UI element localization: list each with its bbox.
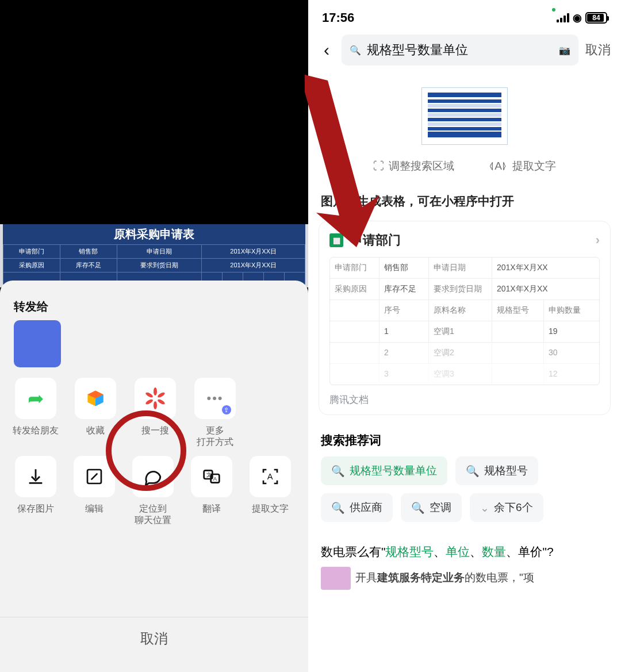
svg-text:A: A	[213, 476, 217, 482]
image-thumbnail-area	[308, 87, 621, 147]
forward-section-title: 转发给	[0, 291, 308, 320]
status-icons: ◉ 84	[550, 11, 607, 24]
recommend-title: 搜索推荐词	[308, 415, 621, 456]
chip-supplier[interactable]: 🔍供应商	[321, 493, 393, 522]
search-bar: ‹ 🔍 规格型号数量单位 📷 取消	[308, 30, 621, 71]
contact-avatar[interactable]	[14, 320, 61, 367]
sou-star-icon	[135, 378, 176, 419]
forward-to-friends-button[interactable]: ➦ 转发给朋友	[10, 378, 61, 448]
result-thumb-icon	[321, 567, 351, 590]
locate-in-chat-button[interactable]: 定位到 聊天位置	[128, 456, 178, 526]
cube-icon	[75, 378, 116, 419]
doc-table: 申请部门 销售部 申请日期 201X年X月XX日 采购原因 库存不足 要求到货日…	[3, 244, 305, 285]
ocr-icon: A	[250, 456, 291, 497]
chip-spec[interactable]: 🔍规格型号	[455, 456, 538, 485]
magnifier-small-icon: 🔍	[466, 464, 480, 478]
chevron-right-icon: ›	[596, 233, 600, 248]
image-viewer-background	[0, 0, 308, 224]
chip-row-1: 🔍规格型号数量单位 🔍规格型号	[308, 456, 621, 493]
notification-dot-icon	[552, 8, 555, 11]
svg-point-4	[157, 391, 166, 398]
search-result-item[interactable]: 数电票么有"规格型号、单位、数量、单价"? 开具建筑服务特定业务的数电票，"项	[308, 530, 621, 590]
generated-table-message: 图片已生成表格，可在小程序中打开	[308, 179, 621, 217]
wifi-icon: ◉	[573, 11, 582, 24]
ocr-small-icon: ⦉A⦊	[489, 160, 508, 172]
adjust-crop-button[interactable]: ⛶调整搜索区域	[373, 159, 454, 174]
excel-icon: ▦	[329, 233, 343, 247]
result-title: 数电票么有"规格型号、单位、数量、单价"?	[321, 542, 608, 562]
svg-text:A: A	[267, 472, 273, 481]
document-preview: 原料采购申请表 申请部门 销售部 申请日期 201X年X月XX日 采购原因 库存…	[0, 224, 308, 287]
translate-icon: 文A	[191, 456, 232, 497]
action-row-1: ➦ 转发给朋友 收藏 搜一搜 •••⇪ 更多 打开方式	[0, 378, 308, 448]
magnifier-small-icon: 🔍	[331, 464, 345, 478]
chip-primary[interactable]: 🔍规格型号数量单位	[321, 456, 447, 485]
more-open-with-button[interactable]: •••⇪ 更多 打开方式	[190, 378, 240, 448]
card-title: 申请部门	[350, 232, 401, 249]
magnifier-small-icon: 🔍	[411, 501, 425, 514]
search-query-text: 规格型号数量单位	[367, 41, 553, 59]
card-header: ▦ 申请部门 ›	[329, 232, 600, 249]
favorite-button[interactable]: 收藏	[70, 378, 121, 448]
status-time: 17:56	[322, 10, 354, 25]
search-sou-button[interactable]: 搜一搜	[130, 378, 181, 448]
status-bar: 17:56 ◉ 84	[308, 0, 621, 30]
svg-point-7	[145, 398, 154, 405]
signal-icon	[557, 13, 569, 22]
edit-button[interactable]: 编辑	[69, 456, 120, 526]
more-dots-icon: •••⇪	[194, 378, 236, 419]
doc-title: 原料采购申请表	[3, 224, 305, 244]
back-chevron-icon[interactable]: ‹	[319, 40, 335, 60]
share-arrow-icon: ➦	[28, 387, 44, 410]
extract-text-link[interactable]: ⦉A⦊提取文字	[489, 159, 556, 174]
action-row-2: 保存图片 编辑 定位到 聊天位置 文A 翻译 A 提取文字	[0, 456, 308, 526]
magnifier-small-icon: 🔍	[331, 501, 345, 514]
extract-text-button[interactable]: A 提取文字	[245, 456, 296, 526]
thumb-actions: ⛶调整搜索区域 ⦉A⦊提取文字	[308, 159, 621, 174]
generated-table-card[interactable]: ▦ 申请部门 › 申请部门销售部申请日期201X年X月XX 采购原因库存不足要求…	[319, 221, 611, 415]
search-input[interactable]: 🔍 规格型号数量单位 📷	[342, 34, 578, 66]
chip-aircon[interactable]: 🔍空调	[401, 493, 462, 522]
result-snippet: 开具建筑服务特定业务的数电票，"项	[321, 567, 608, 590]
battery-icon: 84	[585, 12, 607, 24]
source-image-thumbnail[interactable]	[421, 87, 508, 145]
svg-point-6	[154, 401, 157, 409]
translate-button[interactable]: 文A 翻译	[186, 456, 237, 526]
download-icon	[15, 456, 56, 497]
generated-table: 申请部门销售部申请日期201X年X月XX 采购原因库存不足要求到货日期201X年…	[329, 257, 600, 385]
share-sheet: 转发给 ➦ 转发给朋友 收藏 搜一搜 •••⇪	[0, 281, 308, 672]
card-footer-source: 腾讯文档	[329, 393, 600, 406]
magnifier-icon: 🔍	[350, 45, 361, 56]
svg-point-8	[145, 391, 154, 398]
save-image-button[interactable]: 保存图片	[10, 456, 61, 526]
svg-point-3	[154, 387, 157, 395]
chip-more[interactable]: ⌄余下6个	[470, 493, 543, 522]
camera-icon[interactable]: 📷	[559, 45, 570, 56]
svg-point-5	[157, 398, 166, 405]
chat-bubble-icon	[132, 456, 174, 497]
chip-row-2: 🔍供应商 🔍空调 ⌄余下6个	[308, 493, 621, 530]
search-cancel-button[interactable]: 取消	[585, 41, 611, 59]
crop-icon: ⛶	[373, 160, 384, 172]
chevron-down-icon: ⌄	[480, 501, 489, 514]
edit-icon	[74, 456, 115, 497]
left-share-panel: 原料采购申请表 申请部门 销售部 申请日期 201X年X月XX日 采购原因 库存…	[0, 0, 308, 672]
sheet-cancel-button[interactable]: 取消	[0, 613, 308, 658]
svg-text:文: 文	[206, 472, 212, 478]
right-search-panel: 17:56 ◉ 84 ‹ 🔍 规格型号数量单位 📷 取消 ⛶调整搜索区域 ⦉A⦊…	[308, 0, 621, 672]
forward-contacts	[0, 320, 308, 378]
